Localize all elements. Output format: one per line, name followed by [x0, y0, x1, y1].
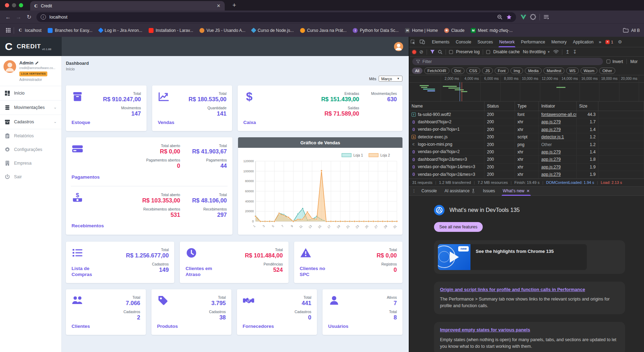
devtools-tab-console[interactable]: Console: [453, 37, 474, 47]
drawer-menu-icon[interactable]: ⋮: [411, 188, 418, 193]
drawer-tab-console[interactable]: Console: [418, 186, 441, 196]
bookmark-item[interactable]: MMeet: mdg-zfwq-...: [468, 28, 516, 33]
filter-chip-font[interactable]: Font: [495, 68, 509, 74]
see-all-features-button[interactable]: See all new features: [434, 222, 483, 232]
network-request-row[interactable]: {}dashboard?loja=2&mes=3200xhrapp.js:279…: [409, 156, 644, 163]
request-initiator[interactable]: app.js:279: [539, 156, 577, 163]
bookmark-item[interactable]: Log in - Jira Anron...: [96, 28, 145, 33]
bookmark-item[interactable]: Installation - Larav...: [145, 28, 196, 33]
forward-button[interactable]: →: [13, 14, 24, 20]
column-header-size[interactable]: Size: [577, 102, 598, 111]
clear-icon[interactable]: ⊘: [419, 49, 423, 55]
bookmark-item[interactable]: Branches for Easy...: [45, 28, 95, 33]
column-header-initiator[interactable]: Initiator: [539, 102, 577, 111]
bookmark-item[interactable]: Curso Java na Prát...: [297, 28, 350, 33]
minimize-window-button[interactable]: [12, 3, 16, 7]
column-header-name[interactable]: Name: [409, 102, 484, 111]
maximize-window-button[interactable]: [19, 3, 23, 7]
more-tabs-icon[interactable]: »: [597, 39, 603, 44]
devtools-tab-network[interactable]: Network: [496, 37, 518, 47]
column-header-status[interactable]: Status: [484, 102, 515, 111]
export-har-icon[interactable]: ↧: [573, 49, 577, 55]
drawer-tab-aiassistance[interactable]: AI assistance: [441, 186, 479, 196]
search-icon[interactable]: [438, 50, 442, 54]
throttling-select[interactable]: No throttling ▼: [523, 49, 550, 54]
bookmark-item[interactable]: HHome | Home: [402, 28, 441, 33]
filter-chip-img[interactable]: Img: [510, 68, 523, 74]
drawer-tab-whatsnew[interactable]: What's new✕: [499, 186, 534, 196]
new-tab-button[interactable]: +: [232, 2, 236, 9]
device-toolbar-icon[interactable]: [420, 40, 429, 44]
request-initiator[interactable]: fontawesome-all.css: [539, 111, 577, 118]
sidebar-item-sair[interactable]: Sair: [0, 170, 61, 184]
devtools-settings-icon[interactable]: ⚙: [615, 39, 624, 44]
network-request-row[interactable]: {}dashboard?loja=2200xhrapp.js:2791.7: [409, 118, 644, 126]
filter-chip-other[interactable]: Other: [599, 68, 615, 74]
network-timeline-overview[interactable]: 2,000 ms4,000 ms6,000 ms8,000 ms10,000 m…: [409, 75, 644, 102]
address-bar[interactable]: i localhost: [36, 12, 516, 22]
filter-chip-fetchxhr[interactable]: Fetch/XHR: [424, 68, 449, 74]
header-avatar[interactable]: [394, 42, 403, 51]
request-initiator[interactable]: app.js:279: [539, 118, 577, 125]
filter-funnel-icon[interactable]: [430, 50, 435, 54]
filter-chip-all[interactable]: All: [412, 68, 422, 74]
apps-grid-icon[interactable]: [4, 28, 13, 33]
vue-devtools-icon[interactable]: [520, 14, 527, 20]
more-filters-label[interactable]: Mor: [630, 59, 641, 64]
bookmark-item[interactable]: Vue JS - Usando A...: [196, 28, 249, 33]
browser-tab[interactable]: C Credit ✕: [30, 1, 225, 11]
video-thumbnail[interactable]: new: [438, 244, 470, 270]
bookmark-item[interactable]: Curso de Node.js...: [249, 28, 297, 33]
highlight-card[interactable]: new See the highlights from Chrome 135: [434, 240, 625, 274]
back-button[interactable]: ←: [3, 14, 13, 20]
filter-input[interactable]: Filter: [412, 58, 603, 65]
request-initiator[interactable]: app.js:279: [539, 126, 577, 133]
section-heading-link[interactable]: Origin and script links for profile and …: [440, 287, 619, 293]
filter-chip-ws[interactable]: WS: [566, 68, 579, 74]
import-har-icon[interactable]: ↥: [565, 49, 570, 55]
devtools-tab-sources[interactable]: Sources: [474, 37, 496, 47]
drawer-tab-issues[interactable]: Issues: [479, 186, 499, 196]
tab-close-icon[interactable]: ✕: [217, 3, 221, 8]
network-conditions-icon[interactable]: [553, 50, 559, 54]
filter-chip-media[interactable]: Media: [525, 68, 542, 74]
sidebar-item-relatorios[interactable]: Relatórios: [0, 129, 61, 143]
month-select[interactable]: Março ▼: [379, 76, 402, 82]
section-heading-link[interactable]: Improved empty states for various panels: [440, 327, 619, 333]
sidebar-item-inicio[interactable]: Início: [0, 86, 61, 101]
filter-chip-manifest[interactable]: Manifest: [543, 68, 564, 74]
tab-search-icon[interactable]: [543, 14, 549, 20]
network-request-row[interactable]: {}vendas-por-dia?loja=1200xhrapp.js:2791…: [409, 126, 644, 133]
devtools-tab-memory[interactable]: Memory: [548, 37, 570, 47]
network-request-row[interactable]: Clogo-icon-mini.png200pngOther1.2: [409, 141, 644, 149]
sidebar-item-movimentacoes[interactable]: Movimentações⌄: [0, 101, 61, 115]
bookmark-item[interactable]: ✳Claude: [441, 28, 468, 33]
network-request-row[interactable]: {}vendas-por-dia?loja=1&mes=3200xhrapp.j…: [409, 164, 644, 171]
bookmark-item[interactable]: Clocalhost: [15, 28, 45, 33]
request-initiator[interactable]: detector.js:1: [539, 133, 577, 140]
network-request-row[interactable]: {}vendas-por-dia?loja=2&mes=3200xhrapp.j…: [409, 171, 644, 178]
site-info-icon[interactable]: i: [41, 14, 46, 20]
request-initiator[interactable]: app.js:279: [539, 171, 577, 178]
close-window-button[interactable]: [5, 3, 9, 7]
all-bookmarks-button[interactable]: All B: [623, 28, 640, 33]
filter-chip-js[interactable]: JS: [482, 68, 493, 74]
record-icon[interactable]: [412, 50, 416, 54]
column-header-type[interactable]: Type: [515, 102, 539, 111]
sidebar-item-configuracoes[interactable]: Configurações: [0, 143, 61, 157]
bookmark-item[interactable]: iPython for Data Sc...: [350, 28, 402, 33]
bookmark-star-icon[interactable]: [506, 14, 512, 20]
edit-pencil-icon[interactable]: [35, 61, 39, 65]
network-request-row[interactable]: {}vendas-por-dia?loja=2200xhrapp.js:2791…: [409, 149, 644, 156]
devtools-tab-application[interactable]: Application: [570, 37, 597, 47]
extensions-puzzle-icon[interactable]: [530, 14, 536, 20]
devtools-tab-performance[interactable]: Performance: [518, 37, 548, 47]
network-request-row[interactable]: Sdetector-exec.js200scriptdetector.js:11…: [409, 133, 644, 141]
filter-chip-wasm[interactable]: Wasm: [581, 68, 598, 74]
close-drawer-tab-icon[interactable]: ✕: [527, 186, 530, 196]
network-request-row[interactable]: Tfa-solid-900.woff2200fontfontawesome-al…: [409, 111, 644, 118]
filter-chip-doc[interactable]: Doc: [451, 68, 465, 74]
preserve-log-checkbox[interactable]: [449, 50, 453, 54]
request-initiator[interactable]: app.js:279: [539, 164, 577, 171]
inspect-element-icon[interactable]: [411, 40, 420, 44]
